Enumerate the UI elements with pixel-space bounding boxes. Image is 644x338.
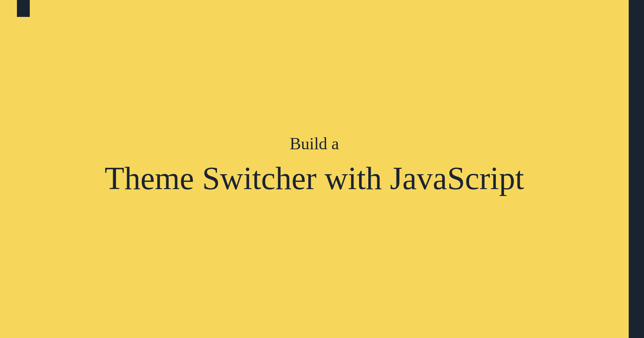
slide-text-content: Build a Theme Switcher with JavaScript [105, 134, 524, 196]
slide-subtitle: Build a [105, 134, 524, 153]
slide-main-area: Build a Theme Switcher with JavaScript [0, 0, 629, 338]
slide-title: Theme Switcher with JavaScript [105, 161, 524, 196]
top-left-accent-bar [17, 0, 30, 17]
right-accent-bar [629, 0, 644, 338]
slide-container: Build a Theme Switcher with JavaScript [0, 0, 644, 338]
